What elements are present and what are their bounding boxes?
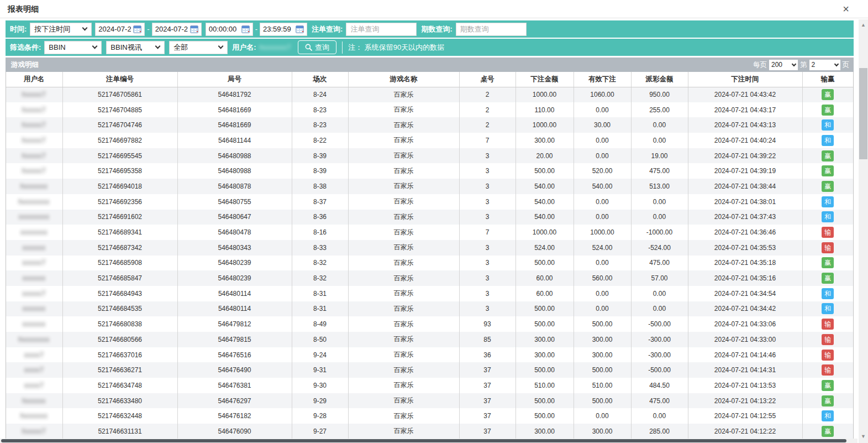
cell-bet-no: 521746684943: [62, 286, 177, 301]
vertical-scrollbar[interactable]: ▲ ▼: [859, 19, 868, 443]
period-query-field[interactable]: [456, 23, 527, 36]
cell-session: 9-29: [292, 393, 348, 409]
cell-table-no: 3: [459, 194, 515, 210]
cell-payout: 19.00: [631, 148, 688, 164]
horizontal-scrollbar-thumb[interactable]: [1, 439, 846, 442]
cell-username: hxxxxxx: [6, 408, 62, 424]
calendar-icon[interactable]: [133, 25, 141, 33]
category-selected: 全部: [173, 43, 188, 53]
per-page-select[interactable]: 200: [769, 60, 798, 70]
cell-table-no: 3: [459, 163, 515, 179]
vertical-scrollbar-thumb[interactable]: [859, 68, 867, 159]
table-body: hxxxx7 521746705861 546481792 8-24 百家乐 2…: [6, 87, 853, 439]
cell-payout: 57.00: [631, 270, 688, 286]
cell-result: 赢: [802, 270, 853, 286]
cell-bet-time: 2024-07-21 04:33:06: [688, 316, 802, 332]
result-badge: 输: [822, 242, 834, 253]
cell-valid-bet: 1000.00: [574, 225, 631, 240]
date-to-input[interactable]: [155, 25, 188, 33]
col-bet-no: 注单编号: [62, 72, 177, 87]
cell-session: 8-36: [292, 210, 348, 225]
cell-table-no: 37: [459, 424, 515, 439]
cell-username: xxxx7: [6, 378, 62, 393]
page-selected: 2: [812, 61, 816, 69]
time-to-input[interactable]: [263, 25, 293, 33]
table-row: hxxxx7 521746695545 546480988 8-39 百家乐 3…: [6, 148, 853, 164]
chevron-down-icon: [834, 61, 838, 66]
cell-payout: 475.00: [631, 393, 688, 409]
category-select[interactable]: 全部: [169, 41, 228, 54]
cell-round-no: 546480755: [177, 194, 292, 210]
game-type-select[interactable]: BBIN视讯: [106, 41, 165, 54]
result-badge: 赢: [822, 257, 834, 268]
result-badge: 输: [822, 334, 834, 345]
cell-result: 和: [802, 408, 853, 424]
scroll-up-icon[interactable]: ▲: [859, 20, 868, 29]
cell-game-name: 百家乐: [348, 256, 459, 271]
table-row: hxxxxxxx 521746680566 546479815 8-50 百家乐…: [6, 332, 853, 347]
platform-select[interactable]: BBIN: [44, 41, 102, 54]
period-query-label: 期数查询:: [421, 24, 452, 34]
time-from-input[interactable]: [209, 25, 239, 33]
calendar-icon[interactable]: [296, 25, 304, 33]
cell-game-name: 百家乐: [348, 194, 459, 210]
close-icon[interactable]: ×: [843, 3, 849, 15]
cell-valid-bet: 0.00: [574, 301, 631, 317]
cell-game-name: 百家乐: [348, 87, 459, 102]
result-badge: 赢: [822, 165, 834, 176]
cell-game-name: 百家乐: [348, 408, 459, 424]
cell-bet-amount: 500.00: [515, 316, 574, 332]
cell-bet-no: 521746685908: [62, 256, 177, 271]
page-select[interactable]: 2: [809, 60, 840, 70]
scroll-down-icon[interactable]: ▼: [859, 432, 868, 441]
time-type-select[interactable]: 按下注时间: [30, 23, 92, 36]
table-row: hxxxx7 521746631131 546476090 9-27 百家乐 3…: [6, 424, 853, 439]
bet-query-field[interactable]: [346, 23, 417, 36]
table-toolbar: 游戏明细 每页 200 第 2 页: [6, 58, 854, 72]
table-row: hxxxx7 521746695358 546480988 8-39 百家乐 3…: [6, 163, 853, 179]
bet-query-input[interactable]: [350, 23, 412, 35]
cell-valid-bet: 0.00: [574, 133, 631, 148]
cell-result: 和: [802, 286, 853, 301]
chevron-down-icon: [82, 25, 88, 31]
divider: [342, 41, 343, 54]
result-badge: 赢: [822, 426, 834, 437]
cell-table-no: 3: [459, 286, 515, 301]
period-query-input[interactable]: [460, 23, 522, 35]
cell-bet-time: 2024-07-21 04:33:00: [688, 332, 802, 347]
cell-username: xxxxxx: [6, 316, 62, 332]
cell-table-no: 3: [459, 270, 515, 286]
per-page-label: 每页: [753, 60, 767, 70]
cell-payout: -300.00: [631, 347, 688, 363]
date-from-field[interactable]: [95, 23, 145, 36]
cell-table-no: 3: [459, 301, 515, 317]
cell-result: 赢: [802, 179, 853, 194]
cell-username: xxxxxx: [6, 270, 62, 286]
time-from-field[interactable]: [206, 23, 253, 36]
page-prefix-label: 第: [800, 60, 807, 70]
result-badge: 和: [822, 119, 834, 131]
per-page-selected: 200: [771, 61, 782, 69]
cell-bet-time: 2024-07-21 04:34:54: [688, 286, 802, 301]
cell-bet-amount: 500.00: [515, 362, 574, 378]
calendar-icon[interactable]: [241, 25, 250, 33]
time-to-field[interactable]: [260, 23, 307, 36]
cell-bet-no: 521746704746: [62, 117, 177, 133]
calendar-icon[interactable]: [190, 25, 198, 33]
table-row: hxxxxxx 521746694018 546480878 8-38 百家乐 …: [6, 179, 853, 194]
cell-username: xxxxx7: [6, 286, 62, 301]
cell-table-no: 2: [459, 102, 515, 118]
date-from-input[interactable]: [98, 25, 131, 33]
search-button[interactable]: 查询: [298, 40, 336, 54]
cell-result: 和: [802, 210, 853, 225]
cell-payout: 513.00: [631, 179, 688, 194]
date-to-field[interactable]: [152, 23, 202, 36]
cell-payout: -500.00: [631, 362, 688, 378]
titlebar: 报表明细 ×: [0, 0, 868, 18]
cell-game-name: 百家乐: [348, 133, 459, 148]
cell-result: 输: [802, 316, 853, 332]
cell-bet-amount: 300.00: [515, 424, 574, 439]
horizontal-scrollbar[interactable]: [0, 439, 858, 443]
col-bet-time: 下注时间: [688, 72, 802, 87]
cell-username: hxxxx7: [6, 87, 62, 102]
